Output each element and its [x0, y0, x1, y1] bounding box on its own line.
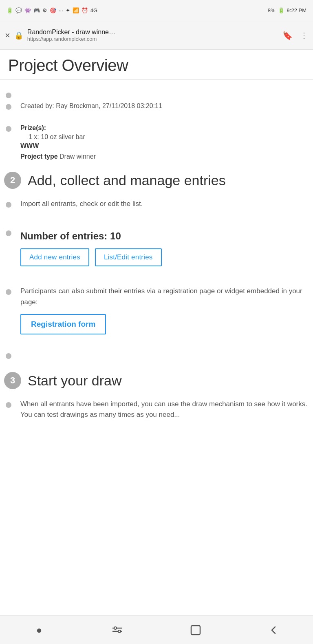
- page-content: Project Overview Created by: Ray Brockma…: [0, 50, 313, 469]
- bluetooth-icon: ✦: [66, 7, 70, 13]
- list-edit-entries-button[interactable]: List/Edit entries: [95, 248, 162, 266]
- more-icon: ···: [59, 7, 63, 13]
- lock-icon: 🔒: [14, 31, 23, 40]
- browser-actions: 🔖 ⋮: [282, 31, 308, 40]
- dot-row-1: [0, 84, 313, 95]
- prizes-label-text: Prize(s):: [20, 124, 46, 131]
- svg-rect-4: [191, 626, 200, 635]
- step-3-number: 3: [4, 372, 21, 389]
- tabs-overview-button[interactable]: [183, 620, 208, 640]
- time-display: 9:22 PM: [287, 7, 306, 13]
- created-by-text: Created by: Ray Brockman, 27/11/2018 03:…: [20, 101, 313, 111]
- project-type-row: Project type Draw winner: [20, 151, 313, 162]
- import-description: Import all entrants, check or edit the l…: [20, 199, 313, 209]
- app-icon-2: 🎯: [50, 7, 56, 13]
- back-button[interactable]: [262, 620, 286, 640]
- dot-row-import: Import all entrants, check or edit the l…: [0, 193, 313, 221]
- network-icon: 4G: [90, 7, 97, 13]
- discord-icon: 👾: [24, 7, 31, 13]
- status-bar: 🔋 💬 👾 🎮 ⚙ 🎯 ··· ✦ 📶 ⏰ 4G 8% 🔋 9:22 PM: [0, 0, 313, 21]
- content-area: Created by: Ray Brockman, 27/11/2018 03:…: [0, 80, 313, 469]
- prizes-label: Prize(s):: [20, 123, 313, 133]
- dot-row-entries: Number of entries: 10 Add new entries Li…: [0, 221, 313, 280]
- page-title-bar: Project Overview: [0, 50, 313, 80]
- dot-row-prizes: Prize(s): 1 x: 10 oz silver bar WWW Proj…: [0, 117, 313, 168]
- discord2-icon: 🎮: [33, 7, 40, 13]
- dot-row-spacer-1: [0, 344, 313, 356]
- section-divider-1: [0, 356, 313, 368]
- close-tab-button[interactable]: ×: [5, 30, 10, 41]
- tabs-adjust-button[interactable]: [105, 620, 130, 640]
- dot-row-participants: Participants can also submit their entri…: [0, 280, 313, 344]
- step-3-title: Start your draw: [28, 373, 122, 389]
- tab-title: RandomPicker - draw winne…: [27, 29, 198, 36]
- status-bar-left: 🔋 💬 👾 🎮 ⚙ 🎯 ··· ✦ 📶 ⏰ 4G: [7, 7, 97, 13]
- browser-chrome: × 🔒 RandomPicker - draw winne… https://a…: [0, 21, 313, 50]
- url-display: https://app.randompicker.com: [27, 36, 278, 42]
- battery-percent: 8%: [268, 7, 276, 13]
- svg-point-2: [114, 627, 117, 629]
- dot-row-step3-desc: When all entrants have been imported, yo…: [0, 393, 313, 433]
- participants-text: Participants can also submit their entri…: [20, 286, 313, 308]
- home-dot-button[interactable]: ●: [27, 620, 51, 640]
- add-new-entries-button[interactable]: Add new entries: [20, 248, 89, 266]
- dot-row-created-by: Created by: Ray Brockman, 27/11/2018 03:…: [0, 95, 313, 117]
- entry-buttons-row: Add new entries List/Edit entries: [20, 248, 313, 266]
- project-type-label: Project type: [20, 153, 58, 160]
- www-text: WWW: [20, 142, 39, 149]
- svg-point-3: [118, 630, 121, 633]
- app-icon-1: ⚙: [42, 7, 47, 13]
- entries-count: 10: [110, 230, 121, 241]
- step-2-title: Add, collect and manage entries: [28, 173, 226, 188]
- step3-description: When all entrants have been imported, yo…: [20, 399, 313, 420]
- more-menu-icon[interactable]: ⋮: [300, 31, 308, 40]
- step-2-number: 2: [4, 172, 21, 189]
- step-2-header: 2 Add, collect and manage entries: [0, 168, 313, 193]
- bookmark-icon[interactable]: 🔖: [282, 31, 293, 40]
- message-icon: 💬: [15, 7, 22, 13]
- prize-item: 1 x: 10 oz silver bar: [20, 133, 313, 141]
- step-3-header: 3 Start your draw: [0, 368, 313, 393]
- battery-icon: 🔋: [7, 7, 13, 13]
- page-title: Project Overview: [8, 56, 305, 75]
- www-label: WWW: [20, 141, 313, 151]
- alarm-icon: ⏰: [82, 7, 88, 13]
- status-bar-right: 8% 🔋 9:22 PM: [268, 7, 306, 13]
- signal-icon: 📶: [73, 7, 79, 13]
- entries-heading: Number of entries: 10: [20, 230, 313, 242]
- battery-icon-right: 🔋: [278, 7, 284, 13]
- bottom-spacer: [0, 433, 313, 465]
- address-bar[interactable]: RandomPicker - draw winne… https://app.r…: [27, 29, 278, 42]
- project-type-value: Draw winner: [60, 153, 96, 160]
- bottom-navigation: ●: [0, 615, 313, 644]
- registration-form-button[interactable]: Registration form: [20, 314, 106, 334]
- entries-label: Number of entries:: [20, 230, 107, 241]
